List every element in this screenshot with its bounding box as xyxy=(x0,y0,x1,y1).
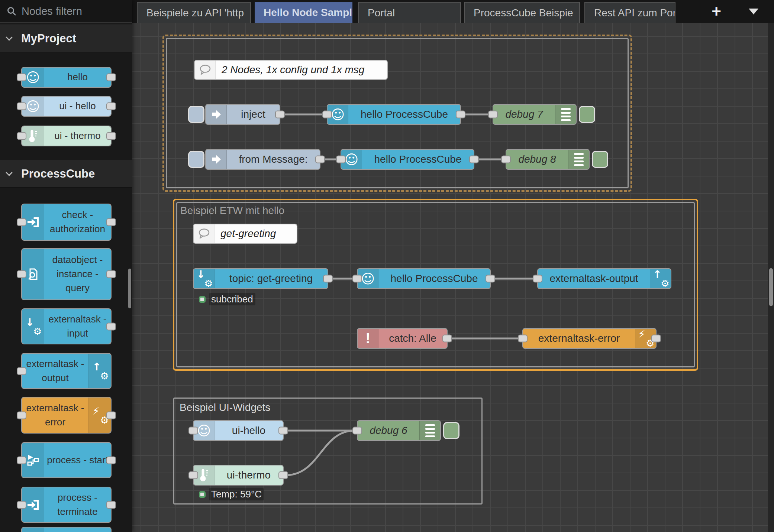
output-port[interactable] xyxy=(278,427,288,435)
node-inject-from-message[interactable]: from Message: xyxy=(205,149,320,170)
node-label: get-greeting xyxy=(215,224,297,243)
flow-list-menu-button[interactable] xyxy=(741,0,767,23)
palette-node-partial[interactable] xyxy=(21,527,112,532)
tab-hello-node-sample[interactable]: Hello Node Sample xyxy=(255,2,352,23)
node-hello-processcube[interactable]: ☺ hello ProcessCube xyxy=(357,268,491,289)
category-header-processcube[interactable]: ProcessCube xyxy=(0,160,132,188)
palette-node-process-start[interactable]: process - start xyxy=(21,442,112,478)
input-port xyxy=(17,132,26,140)
debug-toggle-button[interactable] xyxy=(592,151,608,168)
output-port[interactable] xyxy=(486,275,495,283)
output-port[interactable] xyxy=(469,156,479,163)
search-input[interactable] xyxy=(22,5,115,17)
palette-node-externaltask-error[interactable]: ⚡⚙ externaltask - error xyxy=(21,397,112,434)
palette-node-label: check - authorization xyxy=(44,204,111,240)
tab-portal[interactable]: Portal xyxy=(358,2,461,23)
palette-node-label: process - terminate xyxy=(44,487,111,522)
wire[interactable] xyxy=(286,431,355,475)
palette-node-hello[interactable]: ☺ hello xyxy=(21,67,112,88)
output-port xyxy=(106,218,116,226)
node-label: topic: get-greeting xyxy=(215,269,328,288)
node-label: ui-hello xyxy=(215,421,283,440)
node-debug[interactable]: debug 8 xyxy=(506,149,590,170)
flow-canvas[interactable]: Beispiel ETW mit hello Beispiel UI-Widge… xyxy=(132,23,774,532)
node-comment[interactable]: 2 Nodes, 1x config und 1x msg xyxy=(194,60,388,80)
externaltask-input-icon: ↓⚙ xyxy=(194,269,215,288)
input-port[interactable] xyxy=(518,335,528,343)
output-port xyxy=(106,132,116,140)
output-port xyxy=(106,456,116,464)
debug-output-icon xyxy=(568,150,589,169)
palette-node-process-terminate[interactable]: process - terminate xyxy=(21,487,112,523)
tab-processcube-beispiele[interactable]: ProcessCube Beispie xyxy=(464,2,580,23)
palette-node-label: externaltask - error xyxy=(22,398,88,433)
output-port[interactable] xyxy=(275,111,285,119)
input-port xyxy=(17,367,26,375)
node-label: externaltask-output xyxy=(538,269,650,288)
palette-scrollbar-thumb[interactable] xyxy=(128,269,131,308)
output-port[interactable] xyxy=(651,335,661,343)
node-inject[interactable]: inject xyxy=(205,104,280,125)
node-ui-thermo[interactable]: ui-thermo xyxy=(193,465,284,486)
tab-beispiele-api[interactable]: Beispiele zu API 'http xyxy=(137,2,251,23)
node-externaltask-error[interactable]: ⚡⚙ externaltask-error xyxy=(522,328,657,349)
status-ring-icon xyxy=(199,296,206,303)
node-comment[interactable]: get-greeting xyxy=(193,224,297,244)
node-ui-hello[interactable]: ☺ ui-hello xyxy=(193,420,284,441)
input-port[interactable] xyxy=(352,427,362,435)
category-header-myproject[interactable]: MyProject xyxy=(0,25,132,52)
node-externaltask-input[interactable]: ↓⚙ topic: get-greeting xyxy=(193,268,328,289)
input-port[interactable] xyxy=(501,156,511,163)
node-externaltask-output[interactable]: ↑⚙ externaltask-output xyxy=(537,268,671,289)
output-port[interactable] xyxy=(315,156,325,163)
output-port xyxy=(106,74,116,81)
palette-node-externaltask-output[interactable]: ↑⚙ externaltask - output xyxy=(21,353,112,389)
output-port xyxy=(106,322,116,330)
output-port[interactable] xyxy=(323,275,333,283)
inject-button[interactable] xyxy=(188,151,204,168)
chevron-down-icon xyxy=(6,169,12,176)
debug-toggle-button[interactable] xyxy=(579,106,595,123)
node-hello-processcube[interactable]: ☺ hello ProcessCube xyxy=(341,149,474,170)
tab-rest-api-zum-portal[interactable]: Rest API zum Portal xyxy=(584,2,675,23)
palette-node-label: hello xyxy=(44,68,111,87)
palette-node-label: dataobject - instance - query xyxy=(44,249,111,299)
node-red-editor: Beispiele zu API 'http Hello Node Sample… xyxy=(0,0,774,532)
input-port[interactable] xyxy=(533,275,542,283)
input-port[interactable] xyxy=(188,427,198,435)
node-catch[interactable]: ! catch: Alle xyxy=(357,328,448,349)
node-debug[interactable]: debug 6 xyxy=(357,420,441,441)
input-port[interactable] xyxy=(322,111,332,119)
node-label: hello ProcessCube xyxy=(348,105,460,124)
input-port xyxy=(17,411,26,419)
input-port[interactable] xyxy=(352,275,362,283)
palette-node-dataobject-instance-query[interactable]: dataobject - instance - query xyxy=(21,248,112,300)
node-label: inject xyxy=(227,105,280,124)
input-port[interactable] xyxy=(188,471,198,479)
debug-toggle-button[interactable] xyxy=(443,422,459,439)
palette-node-check-authorization[interactable]: check - authorization xyxy=(21,204,112,241)
output-port[interactable] xyxy=(456,111,465,119)
node-hello-processcube[interactable]: ☺ hello ProcessCube xyxy=(327,104,461,125)
externaltask-output-icon: ↑⚙ xyxy=(88,354,111,388)
node-label: ui-thermo xyxy=(215,466,283,485)
input-port[interactable] xyxy=(336,156,346,163)
input-port xyxy=(17,270,26,278)
node-icon xyxy=(22,528,44,532)
node-debug[interactable]: debug 7 xyxy=(493,104,577,125)
output-port[interactable] xyxy=(442,335,452,343)
palette-node-externaltask-input[interactable]: ↓⚙ externaltask - input xyxy=(21,308,112,344)
category-label: ProcessCube xyxy=(21,167,95,181)
output-port[interactable] xyxy=(278,471,288,479)
palette-node-ui-thermo[interactable]: ui - thermo xyxy=(21,126,112,146)
input-port[interactable] xyxy=(488,111,498,119)
status-text: Temp: 59°C xyxy=(209,488,264,500)
output-port xyxy=(106,103,116,110)
add-flow-button[interactable]: + xyxy=(700,0,733,23)
palette-search[interactable] xyxy=(0,0,132,23)
palette-sidebar: MyProject ☺ hello ☺ ui - hello ui - ther… xyxy=(0,0,132,532)
palette-node-ui-hello[interactable]: ☺ ui - hello xyxy=(21,96,112,117)
output-port xyxy=(106,501,116,509)
inject-button[interactable] xyxy=(188,106,204,123)
input-port xyxy=(17,501,26,509)
